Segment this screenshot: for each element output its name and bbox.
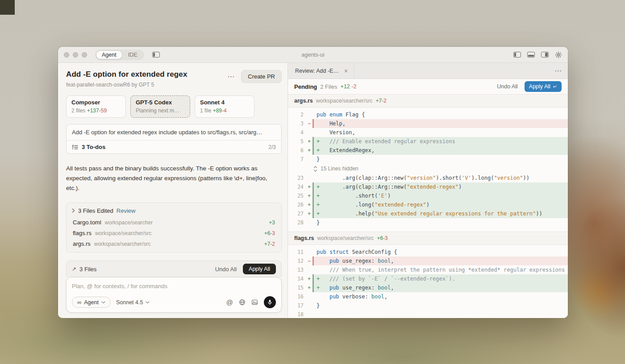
infinity-icon: ∞ bbox=[77, 299, 81, 306]
window-close-button[interactable] bbox=[64, 52, 69, 58]
task-summary-box: Add -E option for extended regex include… bbox=[66, 124, 282, 154]
task-title: Add -E option for extended regex bbox=[66, 70, 223, 79]
diff-line: 6++ ExtendedRegex, bbox=[288, 146, 568, 155]
globe-icon[interactable] bbox=[239, 299, 246, 306]
traffic-lights bbox=[64, 52, 87, 58]
agent-card-gpt-5-codex[interactable]: GPT-5 CodexPlanning next m… bbox=[130, 95, 190, 118]
review-more-options-button[interactable]: ⋯ bbox=[554, 66, 562, 75]
toggle-left-panel-icon[interactable] bbox=[513, 52, 521, 58]
file-row-args-rs[interactable]: args.rsworkspace/searcher/src+7-2 bbox=[67, 239, 281, 249]
agent-header-actions: ⋯ Create PR bbox=[227, 70, 282, 83]
review-tab-title: Review: Add -E… bbox=[295, 68, 339, 74]
sidebar-layout-icon bbox=[152, 52, 160, 58]
code-text: pub verbose: bool, bbox=[314, 292, 568, 301]
apply-bar-files[interactable]: ↗ 3 Files bbox=[72, 266, 96, 273]
layout-toggle-icon[interactable] bbox=[152, 52, 160, 58]
desktop-background: AgentIDE agents-ui Add -E option for ext… bbox=[0, 0, 625, 364]
titlebar-right-controls bbox=[513, 51, 562, 58]
files-edited-box: 3 Files Edited Review Cargo.tomlworkspac… bbox=[66, 203, 282, 252]
diff-marker: + bbox=[306, 137, 312, 146]
microphone-button[interactable] bbox=[264, 296, 276, 308]
window-zoom-button[interactable] bbox=[82, 52, 87, 58]
files-edited-header[interactable]: 3 Files Edited Review bbox=[67, 204, 281, 217]
diff-file-header-args-rs[interactable]: args.rsworkspace/searcher/src+7-2 bbox=[288, 95, 568, 108]
composer-icon-group: @ bbox=[226, 296, 276, 308]
line-number: 25 bbox=[288, 191, 306, 200]
diff-line: 16 pub verbose: bool, bbox=[288, 292, 568, 301]
diff-marker bbox=[306, 301, 312, 310]
diff-marker bbox=[306, 174, 312, 182]
mode-tab-agent[interactable]: Agent bbox=[96, 50, 122, 59]
code-text: + /// (set by `-E` / `--extended-regex`)… bbox=[314, 274, 568, 283]
file-row-flags-rs[interactable]: flags.rsworkspace/searcher/src+6-3 bbox=[67, 228, 281, 239]
model-name: GPT 5 bbox=[139, 82, 154, 88]
line-number: 28 bbox=[288, 218, 306, 227]
agent-card-sonnet-4[interactable]: Sonnet 41 file +89-4 bbox=[195, 95, 254, 118]
code-text: + /// Enable extended regular expression… bbox=[314, 137, 568, 146]
tab-close-icon[interactable]: × bbox=[344, 67, 348, 74]
code-text: + ExtendedRegex, bbox=[314, 146, 568, 155]
agent-panel: Add -E option for extended regex feat-pa… bbox=[58, 63, 288, 318]
agent-ide-mode-switch: AgentIDE bbox=[95, 50, 144, 60]
diff-marker bbox=[306, 248, 312, 256]
diff-scroll-area[interactable]: args.rsworkspace/searcher/src+7-22pub en… bbox=[288, 95, 568, 318]
more-options-button[interactable]: ⋯ bbox=[227, 73, 234, 80]
file-diff-stats: +6-3 bbox=[264, 230, 275, 236]
agent-cards: Composer2 files +137-59GPT-5 CodexPlanni… bbox=[66, 95, 282, 118]
line-number: 3 bbox=[288, 119, 306, 128]
hidden-lines-row[interactable]: 15 Lines hidden bbox=[288, 164, 568, 174]
image-icon[interactable] bbox=[251, 299, 258, 306]
line-number: 27 bbox=[288, 209, 306, 218]
apply-bar-actions: Undo All Apply All bbox=[215, 264, 276, 274]
review-apply-all-button[interactable]: Apply All ↵ bbox=[525, 81, 562, 92]
arrow-up-right-icon: ↗ bbox=[72, 266, 76, 272]
window-title: agents-ui bbox=[301, 52, 324, 58]
line-number: 11 bbox=[288, 248, 306, 256]
agent-card-name: Sonnet 4 bbox=[200, 99, 249, 106]
diff-line: 18 bbox=[288, 310, 568, 318]
line-number: 15 bbox=[288, 283, 306, 292]
mode-tab-ide[interactable]: IDE bbox=[122, 50, 143, 59]
diff-line: 13 /// When true, interpret the pattern … bbox=[288, 265, 568, 274]
agent-card-composer[interactable]: Composer2 files +137-59 bbox=[66, 95, 126, 118]
agent-mode-dropdown[interactable]: ∞ Agent bbox=[72, 297, 111, 308]
files-edited-title: 3 Files Edited bbox=[78, 207, 113, 214]
apply-bar: ↗ 3 Files Undo All Apply All bbox=[66, 261, 282, 277]
diff-file-header-flags-rs[interactable]: flags.rsworkspace/searcher/src+6-3 bbox=[288, 232, 568, 245]
chevron-down-icon bbox=[101, 301, 105, 304]
diff-marker: + bbox=[306, 274, 312, 283]
review-undo-all-button[interactable]: Undo All bbox=[497, 83, 518, 90]
agent-result-text: All tests pass and the binary builds suc… bbox=[66, 164, 282, 193]
apply-all-button[interactable]: Apply All bbox=[243, 264, 276, 274]
code-text: /// When true, interpret the pattern usi… bbox=[314, 265, 568, 274]
toggle-right-panel-icon[interactable] bbox=[541, 52, 549, 58]
undo-all-button[interactable]: Undo All bbox=[215, 266, 237, 273]
settings-gear-icon[interactable] bbox=[555, 51, 562, 58]
pending-bar: Pending 2 Files +12 -2 Undo All Apply Al… bbox=[288, 79, 568, 95]
review-tab[interactable]: Review: Add -E… × bbox=[294, 63, 354, 79]
line-number: 6 bbox=[288, 146, 306, 155]
review-link[interactable]: Review bbox=[117, 207, 136, 214]
diff-marker bbox=[306, 292, 312, 301]
diff-marker: − bbox=[306, 119, 312, 128]
composer-input[interactable]: Plan, @ for contexts, / for commands bbox=[72, 283, 276, 290]
pending-diff-stats: +12 -2 bbox=[341, 83, 357, 90]
diff-marker bbox=[306, 155, 312, 164]
line-number: 4 bbox=[288, 128, 306, 137]
line-number: 7 bbox=[288, 155, 306, 164]
diff-line: 15++ pub use_regex: bool, bbox=[288, 283, 568, 292]
code-text: pub use_regex: bool, bbox=[314, 256, 568, 265]
agent-mode-label: Agent bbox=[84, 299, 99, 306]
mention-icon[interactable]: @ bbox=[226, 298, 233, 306]
toggle-bottom-panel-icon[interactable] bbox=[527, 52, 535, 58]
todos-label: 3 To-dos bbox=[82, 144, 105, 150]
todos-row[interactable]: 3 To-dos 2/3 bbox=[67, 140, 281, 153]
agent-card-meta: 2 files +137-59 bbox=[71, 108, 121, 114]
file-row-cargo-toml[interactable]: Cargo.tomlworkspace/searcher+3 bbox=[67, 217, 281, 228]
removed-count: -2 bbox=[351, 83, 356, 90]
composer-controls: ∞ Agent Sonnet 4.5 @ bbox=[72, 296, 276, 308]
window-minimize-button[interactable] bbox=[73, 52, 78, 58]
model-dropdown[interactable]: Sonnet 4.5 bbox=[116, 299, 150, 306]
create-pr-button[interactable]: Create PR bbox=[241, 70, 282, 83]
diff-file-name: args.rs bbox=[294, 98, 313, 104]
